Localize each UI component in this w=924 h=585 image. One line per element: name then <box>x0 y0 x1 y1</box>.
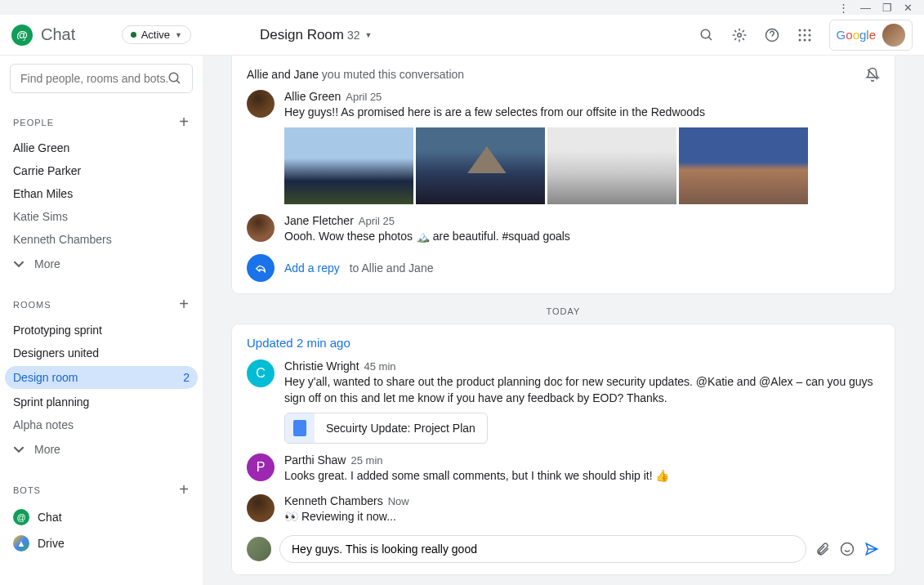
status-label: Active <box>141 29 170 41</box>
photo-attachments <box>284 127 880 204</box>
person-item[interactable]: Katie Sims <box>10 205 193 228</box>
main-content: Allie and Jane you muted this conversati… <box>203 56 924 585</box>
message-text: Oooh. Wow these photos 🏔️ are beautiful.… <box>284 229 880 245</box>
svg-point-8 <box>803 33 806 36</box>
people-more[interactable]: More <box>10 251 193 277</box>
add-person-icon[interactable]: + <box>179 113 190 132</box>
search-icon[interactable] <box>167 71 182 86</box>
window-more-icon[interactable]: ⋮ <box>838 2 849 14</box>
google-account-switcher[interactable]: Google <box>829 20 913 51</box>
thread-updated-label: Updated 2 min ago <box>247 336 880 350</box>
search-icon[interactable] <box>699 27 715 43</box>
attach-icon[interactable] <box>815 541 831 557</box>
unread-badge: 2 <box>183 371 190 384</box>
window-maximize-icon[interactable]: ❐ <box>882 2 892 14</box>
search-input[interactable] <box>20 72 167 85</box>
people-section-header: PEOPLE + <box>10 108 193 136</box>
photo-thumbnail[interactable] <box>679 127 808 204</box>
message: C Christie Wright45 min Hey y'all, wante… <box>247 359 880 444</box>
photo-thumbnail[interactable] <box>416 127 545 204</box>
message-author: Parthi Shaw <box>284 453 346 467</box>
message-author: Allie Green <box>284 90 341 103</box>
person-item[interactable]: Ethan Miles <box>10 182 193 205</box>
room-item[interactable]: Sprint planning <box>10 391 193 413</box>
window-close-icon[interactable]: ✕ <box>904 2 913 14</box>
person-item[interactable]: Kenneth Chambers <box>10 228 193 251</box>
send-icon[interactable] <box>864 541 880 557</box>
status-selector[interactable]: Active ▼ <box>122 25 191 44</box>
svg-point-0 <box>701 29 710 38</box>
add-reply-link[interactable]: Add a repy <box>284 261 340 275</box>
room-item[interactable]: Prototyping sprint <box>10 319 193 342</box>
rooms-more[interactable]: More <box>10 436 193 462</box>
message: Kenneth ChambersNow 👀 Reviewing it now..… <box>247 494 880 525</box>
reply-row: Add a repy to Allie and Jane <box>247 254 880 282</box>
settings-icon[interactable] <box>731 27 748 43</box>
add-room-icon[interactable]: + <box>179 295 190 314</box>
chevron-down-icon[interactable]: ▼ <box>365 31 373 39</box>
compose-input[interactable] <box>279 535 806 563</box>
thread-participants: Allie and Jane <box>247 68 319 81</box>
svg-point-15 <box>841 543 854 555</box>
bots-section-header: BOTS + <box>10 476 193 504</box>
person-item[interactable]: Carrie Parker <box>10 159 193 182</box>
drive-bot-icon: ▲ <box>13 535 29 552</box>
svg-point-2 <box>737 33 741 37</box>
chevron-down-icon <box>13 444 25 455</box>
self-avatar[interactable] <box>247 537 271 561</box>
svg-point-4 <box>798 29 801 31</box>
room-member-count: 32 <box>347 29 360 42</box>
message-text: 👀 Reviewing it now... <box>284 509 880 525</box>
avatar[interactable]: P <box>247 453 275 481</box>
avatar[interactable]: C <box>247 359 275 387</box>
rooms-section-title: ROOMS <box>13 300 51 310</box>
svg-point-6 <box>808 29 810 31</box>
window-minimize-icon[interactable]: — <box>860 2 871 14</box>
room-item[interactable]: Alpha notes <box>10 413 193 436</box>
avatar[interactable] <box>247 214 275 242</box>
reply-to-text: to Allie and Jane <box>350 261 434 275</box>
person-item[interactable]: Allie Green <box>10 136 193 159</box>
message-text: Hey y'all, wanted to share out the produ… <box>284 374 880 406</box>
room-item-active[interactable]: Design room 2 <box>5 366 198 389</box>
doc-name: Secuirty Update: Project Plan <box>315 422 487 435</box>
mute-bell-icon[interactable] <box>865 67 880 82</box>
date-divider: TODAY <box>232 306 895 316</box>
room-item[interactable]: Designers united <box>10 342 193 364</box>
message-author: Christie Wright <box>284 359 359 373</box>
message-author: Jane Fletcher <box>284 214 354 227</box>
thread-header: Allie and Jane you muted this conversati… <box>247 67 880 82</box>
doc-icon <box>285 413 315 443</box>
chevron-down-icon: ▼ <box>175 31 182 39</box>
sidebar: PEOPLE + Allie Green Carrie Parker Ethan… <box>0 56 203 585</box>
message: Allie GreenApril 25 Hey guys!! As promis… <box>247 90 880 204</box>
message-time: 45 min <box>364 360 396 373</box>
message-text: Looks great. I added some small comments… <box>284 468 880 485</box>
add-bot-icon[interactable]: + <box>179 480 190 499</box>
bot-item-chat[interactable]: @ Chat <box>10 504 193 530</box>
reply-button[interactable] <box>247 254 275 282</box>
doc-attachment[interactable]: Secuirty Update: Project Plan <box>284 413 488 444</box>
chat-logo-icon: @ <box>11 25 33 46</box>
compose-row <box>247 535 880 563</box>
bots-section-title: BOTS <box>13 485 41 495</box>
people-section-title: PEOPLE <box>13 118 54 127</box>
avatar[interactable] <box>247 494 275 522</box>
message-time: Now <box>388 495 409 507</box>
emoji-icon[interactable] <box>839 541 855 557</box>
room-title[interactable]: Design Room <box>260 27 344 43</box>
topbar: @ Chat Active ▼ Design Room 32 ▼ Google <box>0 15 924 56</box>
search-box[interactable] <box>10 64 193 93</box>
avatar[interactable] <box>247 90 275 118</box>
svg-point-5 <box>803 29 806 31</box>
thread-card: Updated 2 min ago C Christie Wright45 mi… <box>232 324 895 574</box>
apps-grid-icon[interactable] <box>797 27 813 43</box>
message: Jane FletcherApril 25 Oooh. Wow these ph… <box>247 214 880 245</box>
svg-point-12 <box>808 38 810 41</box>
chat-bot-icon: @ <box>13 509 29 525</box>
photo-thumbnail[interactable] <box>284 127 413 204</box>
help-icon[interactable] <box>764 27 780 43</box>
photo-thumbnail[interactable] <box>547 127 676 204</box>
bot-item-drive[interactable]: ▲ Drive <box>10 530 193 556</box>
profile-avatar[interactable] <box>882 24 905 47</box>
